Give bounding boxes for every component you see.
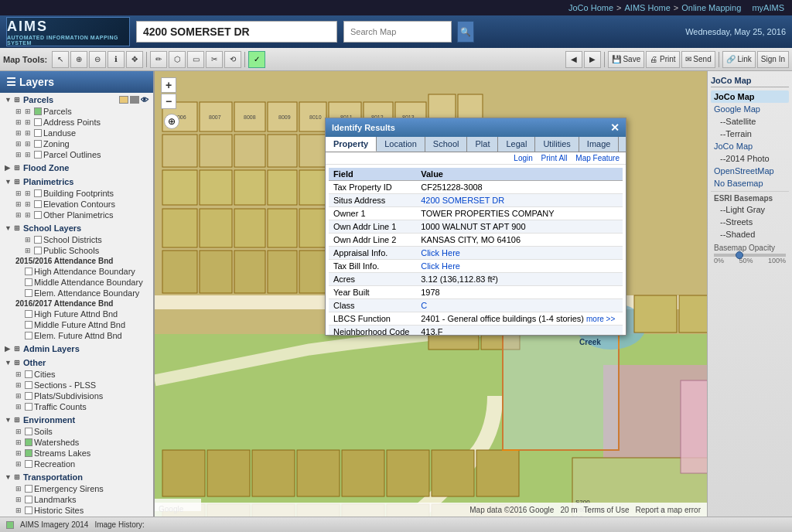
signin-button[interactable]: Sign In <box>757 51 789 68</box>
sections-plss-checkbox[interactable] <box>25 381 32 389</box>
popup-login-link[interactable]: Login <box>514 154 532 162</box>
nav-back-button[interactable]: ◀ <box>565 51 582 68</box>
basemap-joco-map[interactable]: JoCo Map <box>711 90 789 103</box>
layer-item-parcel-outlines[interactable]: ⊞⊞ Parcel Outlines <box>3 149 150 160</box>
planimetrics-group-header[interactable]: ▼ ⊞ Planimetrics <box>3 176 150 188</box>
tax-bill-link[interactable]: Click Here <box>421 261 460 271</box>
other-group-header[interactable]: ▼ ⊞ Other <box>3 356 150 369</box>
basemap-no-basemap[interactable]: No Basemap <box>711 177 789 189</box>
basemap-shaded[interactable]: --Shaded <box>711 228 789 240</box>
layer-item-high-attendance[interactable]: High Attendance Boundary <box>3 266 150 277</box>
elem-future-checkbox[interactable] <box>25 332 32 339</box>
select-tool-button[interactable]: ↖ <box>52 51 69 68</box>
zoom-out-tool-button[interactable]: ⊖ <box>89 51 106 68</box>
building-footprints-checkbox[interactable] <box>34 189 42 197</box>
layer-item-landuse[interactable]: ⊞⊞ Landuse <box>3 128 150 138</box>
basemap-joco-map2[interactable]: JoCo Map <box>711 140 789 152</box>
tab-utilities[interactable]: Utilities <box>535 137 579 152</box>
clear-tool-button[interactable]: ⟲ <box>224 51 241 68</box>
basemap-2014-photo[interactable]: --2014 Photo <box>711 152 789 165</box>
basemap-openstreetmap[interactable]: OpenStreetMap <box>711 165 789 177</box>
aims-imagery-checkbox[interactable] <box>6 521 14 529</box>
school-districts-checkbox[interactable] <box>34 236 42 244</box>
popup-print-all-link[interactable]: Print All <box>541 154 568 162</box>
watersheds-checkbox[interactable] <box>25 438 32 446</box>
high-attendance-checkbox[interactable] <box>25 268 32 275</box>
layer-item-traffic-counts[interactable]: ⊞ Traffic Counts <box>3 401 150 412</box>
online-mapping-link[interactable]: Online Mapping <box>681 3 741 12</box>
layer-item-streams-lakes[interactable]: ⊞ Streams Lakes <box>3 448 150 459</box>
flood-group-header[interactable]: ▶ ⊞ Flood Zone <box>3 162 150 174</box>
search-button[interactable]: 🔍 <box>457 21 474 43</box>
recreation-checkbox[interactable] <box>25 460 32 468</box>
map-area[interactable]: Tomahawk Creek S200 CF60000.0001 S200 CF… <box>155 71 707 517</box>
basemap-satellite[interactable]: --Satellite <box>711 115 789 128</box>
basemap-light-gray[interactable]: --Light Gray <box>711 203 789 216</box>
tab-school[interactable]: School <box>425 137 468 152</box>
tab-image[interactable]: Image <box>579 137 620 152</box>
layer-item-elem-future[interactable]: Elem. Future Attnd Bnd <box>3 330 150 341</box>
elevation-contours-checkbox[interactable] <box>34 200 42 208</box>
rect-tool-button[interactable]: ▭ <box>187 51 204 68</box>
layer-item-school-districts[interactable]: ⊞ School Districts <box>3 234 150 245</box>
traffic-counts-checkbox[interactable] <box>25 403 32 411</box>
school-group-header[interactable]: ▼ ⊞ School Layers <box>3 222 150 234</box>
layer-item-watersheds[interactable]: ⊞ Watersheds <box>3 437 150 448</box>
aims-home-link[interactable]: AIMS Home <box>625 3 671 12</box>
environment-group-header[interactable]: ▼ ⊞ Environment <box>3 414 150 426</box>
tab-legal[interactable]: Legal <box>498 137 535 152</box>
layer-item-plats[interactable]: ⊞ Plats/Subdivisions <box>3 390 150 401</box>
zoom-in-button[interactable]: + <box>161 77 176 93</box>
public-schools-checkbox[interactable] <box>34 247 42 254</box>
layer-item-high-future[interactable]: High Future Attnd Bnd <box>3 309 150 319</box>
cut-tool-button[interactable]: ✂ <box>206 51 223 68</box>
emergency-sirens-checkbox[interactable] <box>25 485 32 493</box>
streams-lakes-checkbox[interactable] <box>25 449 32 457</box>
soils-checkbox[interactable] <box>25 428 32 435</box>
tab-location[interactable]: Location <box>377 137 425 152</box>
terms-of-use-link[interactable]: Terms of Use <box>584 506 630 514</box>
print-button[interactable]: 🖨 Print <box>646 51 679 68</box>
draw-tool-button[interactable]: ✏ <box>150 51 167 68</box>
layer-item-2015-attendance[interactable]: 2015/2016 Attendance Bnd <box>3 256 150 266</box>
zoom-out-button[interactable]: − <box>161 94 176 109</box>
pan-tool-button[interactable]: ✥ <box>126 51 143 68</box>
tab-plat[interactable]: Plat <box>467 137 498 152</box>
popup-map-feature-link[interactable]: Map Feature <box>575 154 620 162</box>
myaims-link[interactable]: myAIMS <box>752 3 784 12</box>
parcels-group-header[interactable]: ▼ ⊞ Parcels 👁 <box>3 94 150 106</box>
layer-item-zoning[interactable]: ⊞⊞ Zoning <box>3 138 150 149</box>
layer-item-sections-plss[interactable]: ⊞ Sections - PLSS <box>3 380 150 390</box>
send-button[interactable]: ✉ Send <box>681 51 715 68</box>
nav-forward-button[interactable]: ▶ <box>584 51 601 68</box>
appraisal-link[interactable]: Click Here <box>421 248 460 257</box>
basemap-google-map[interactable]: Google Map <box>711 103 789 115</box>
layer-item-2016-attendance[interactable]: 2016/2017 Attendance Bnd <box>3 298 150 309</box>
basemap-terrain[interactable]: --Terrain <box>711 128 789 140</box>
layer-item-elem-attendance[interactable]: Elem. Attendance Boundary <box>3 288 150 298</box>
situs-address-link[interactable]: 4200 SOMERSET DR <box>421 196 504 205</box>
landmarks-checkbox[interactable] <box>25 496 32 503</box>
cities-checkbox[interactable] <box>25 370 32 378</box>
layer-item-soils[interactable]: ⊞ Soils <box>3 426 150 437</box>
plats-checkbox[interactable] <box>25 392 32 400</box>
elem-attendance-checkbox[interactable] <box>25 289 32 297</box>
info-tool-button[interactable]: ℹ <box>108 51 125 68</box>
layer-item-other-planimetrics[interactable]: ⊞⊞ Other Planimetrics <box>3 210 150 220</box>
layer-item-public-schools[interactable]: ⊞ Public Schools <box>3 245 150 256</box>
transportation-group-header[interactable]: ▼ ⊞ Transportation <box>3 471 150 483</box>
opacity-thumb[interactable] <box>736 251 743 259</box>
popup-close-button[interactable]: ✕ <box>610 121 620 134</box>
report-error-link[interactable]: Report a map error <box>636 506 701 514</box>
parcels-checkbox[interactable] <box>34 107 42 115</box>
layer-item-cities[interactable]: ⊞ Cities <box>3 369 150 380</box>
class-link[interactable]: C <box>421 301 427 310</box>
compass-icon[interactable]: ⊕ <box>164 114 179 129</box>
admin-group-header[interactable]: ▶ ⊞ Admin Layers <box>3 343 150 355</box>
opacity-track[interactable] <box>714 254 786 257</box>
opacity-bar[interactable] <box>711 254 789 257</box>
layer-item-middle-future[interactable]: Middle Future Attnd Bnd <box>3 319 150 330</box>
layer-item-building-footprints[interactable]: ⊞⊞ Building Footprints <box>3 188 150 199</box>
search-input-box[interactable] <box>343 21 452 43</box>
layer-item-historic-sites[interactable]: ⊞ Historic Sites <box>3 505 150 516</box>
